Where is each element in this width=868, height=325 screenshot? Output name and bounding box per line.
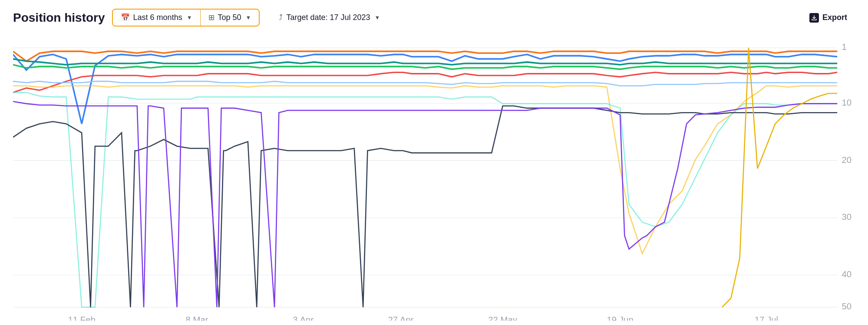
- target-date-button[interactable]: ⤴ Target date: 17 Jul 2023 ▼: [271, 10, 388, 26]
- svg-text:50: 50: [842, 301, 851, 311]
- svg-text:30: 30: [842, 212, 851, 222]
- export-label: Export: [822, 13, 847, 22]
- date-range-label: Last 6 months: [133, 13, 182, 22]
- svg-text:19 Jun: 19 Jun: [607, 315, 633, 321]
- chart-area: .grid-line { stroke: #e5e7eb; stroke-wid…: [13, 34, 855, 321]
- export-icon: [809, 13, 819, 23]
- svg-text:10: 10: [842, 97, 851, 107]
- app-container: Position history 📅 Last 6 months ▼ ⊞ Top…: [0, 0, 868, 325]
- svg-text:8 Mar: 8 Mar: [185, 315, 208, 321]
- svg-text:27 Apr: 27 Apr: [388, 315, 413, 321]
- top-filter-chevron-icon: ▼: [246, 14, 251, 21]
- date-range-button[interactable]: 📅 Last 6 months ▼: [113, 10, 201, 26]
- page-title: Position history: [13, 11, 105, 25]
- svg-text:20: 20: [842, 154, 851, 164]
- top-filter-button[interactable]: ⊞ Top 50 ▼: [201, 10, 259, 26]
- svg-text:3 Apr: 3 Apr: [293, 315, 314, 321]
- table-icon: ⊞: [208, 13, 215, 22]
- filter-controls-group: 📅 Last 6 months ▼ ⊞ Top 50 ▼: [112, 9, 260, 27]
- export-button[interactable]: Export: [802, 10, 855, 26]
- date-range-chevron-icon: ▼: [187, 14, 192, 21]
- svg-text:40: 40: [842, 269, 851, 279]
- svg-text:1: 1: [842, 42, 846, 52]
- header: Position history 📅 Last 6 months ▼ ⊞ Top…: [13, 9, 855, 27]
- trend-icon: ⤴: [279, 13, 283, 22]
- calendar-icon: 📅: [121, 13, 130, 22]
- top-filter-label: Top 50: [218, 13, 241, 22]
- svg-text:11 Feb: 11 Feb: [68, 315, 96, 321]
- svg-text:22 May: 22 May: [488, 315, 518, 321]
- target-date-chevron-icon: ▼: [375, 14, 380, 21]
- position-history-chart: .grid-line { stroke: #e5e7eb; stroke-wid…: [13, 34, 855, 321]
- svg-text:17 Jul: 17 Jul: [755, 315, 778, 321]
- target-date-label: Target date: 17 Jul 2023: [286, 13, 370, 22]
